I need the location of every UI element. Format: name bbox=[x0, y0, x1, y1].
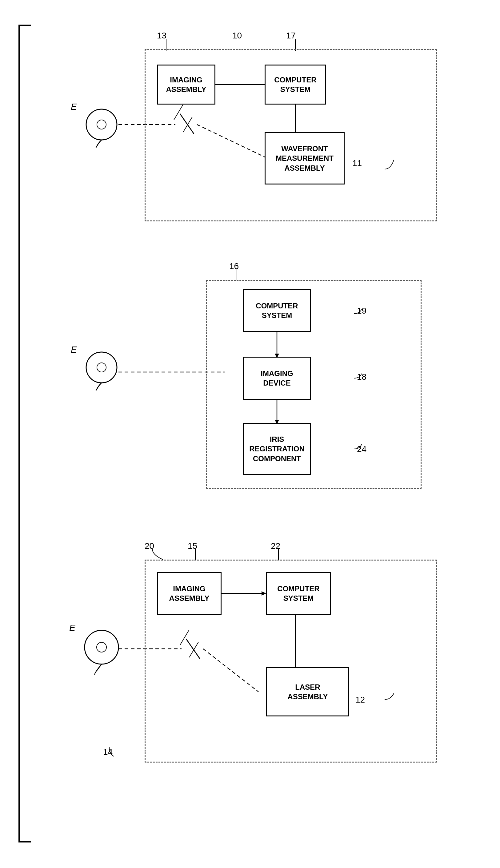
svg-point-10 bbox=[97, 120, 106, 129]
computer-system-label-1: COMPUTER SYSTEM bbox=[274, 75, 316, 94]
ref-24: 24 bbox=[357, 444, 366, 454]
ref-12: 12 bbox=[355, 695, 365, 705]
svg-point-9 bbox=[86, 109, 117, 140]
computer-system-box-1: COMPUTER SYSTEM bbox=[265, 64, 326, 105]
wavefront-label-1: WAVEFRONT MEASUREMENT ASSEMBLY bbox=[276, 144, 333, 173]
diagram1: 13 10 17 bbox=[61, 19, 462, 234]
diagram2: 16 E bbox=[61, 252, 462, 504]
svg-point-17 bbox=[97, 363, 106, 372]
ref-10: 10 bbox=[232, 31, 242, 40]
svg-point-27 bbox=[84, 630, 118, 664]
computer-system-box-3: COMPUTER SYSTEM bbox=[266, 572, 331, 615]
eye-symbol-3 bbox=[78, 623, 122, 675]
ref-17: 17 bbox=[286, 31, 296, 40]
ref-13: 13 bbox=[157, 31, 167, 40]
left-bracket bbox=[19, 25, 31, 843]
eye-symbol-2 bbox=[80, 344, 120, 390]
laser-assembly-label-3: LASER ASSEMBLY bbox=[287, 682, 328, 701]
eye-symbol-1 bbox=[80, 102, 120, 148]
ref-11: 11 bbox=[352, 159, 362, 168]
iris-box-2: IRIS REGISTRATION COMPONENT bbox=[243, 423, 311, 475]
ref-14: 14 bbox=[103, 747, 113, 757]
imaging-assembly-box-1: IMAGING ASSEMBLY bbox=[157, 64, 215, 105]
computer-system-box-2: COMPUTER SYSTEM bbox=[243, 289, 311, 332]
imaging-device-label-2: IMAGING DEVICE bbox=[261, 369, 293, 388]
eye-label-1: E bbox=[71, 102, 77, 112]
svg-point-28 bbox=[96, 642, 106, 652]
ref-22: 22 bbox=[271, 541, 280, 551]
computer-system-label-3: COMPUTER SYSTEM bbox=[277, 584, 319, 603]
eye-label-2: E bbox=[71, 344, 77, 355]
imaging-assembly-label-1: IMAGING ASSEMBLY bbox=[166, 75, 206, 94]
diagram2-outer-box bbox=[206, 280, 422, 489]
computer-system-label-2: COMPUTER SYSTEM bbox=[256, 301, 298, 320]
svg-point-16 bbox=[86, 352, 117, 383]
laser-assembly-box-3: LASER ASSEMBLY bbox=[266, 667, 349, 716]
diagram3: 20 15 22 bbox=[61, 532, 462, 840]
ref-18: 18 bbox=[357, 372, 366, 382]
ref-20: 20 bbox=[145, 541, 154, 551]
ref-19: 19 bbox=[357, 306, 366, 316]
ref-16: 16 bbox=[229, 261, 239, 271]
eye-label-3: E bbox=[69, 623, 76, 633]
imaging-assembly-box-3: IMAGING ASSEMBLY bbox=[157, 572, 221, 615]
imaging-assembly-label-3: IMAGING ASSEMBLY bbox=[169, 584, 209, 603]
iris-label-2: IRIS REGISTRATION COMPONENT bbox=[249, 434, 305, 464]
wavefront-box-1: WAVEFRONT MEASUREMENT ASSEMBLY bbox=[265, 132, 345, 185]
imaging-device-box-2: IMAGING DEVICE bbox=[243, 357, 311, 400]
ref-15: 15 bbox=[188, 541, 197, 551]
page-container: 13 10 17 bbox=[0, 0, 500, 868]
